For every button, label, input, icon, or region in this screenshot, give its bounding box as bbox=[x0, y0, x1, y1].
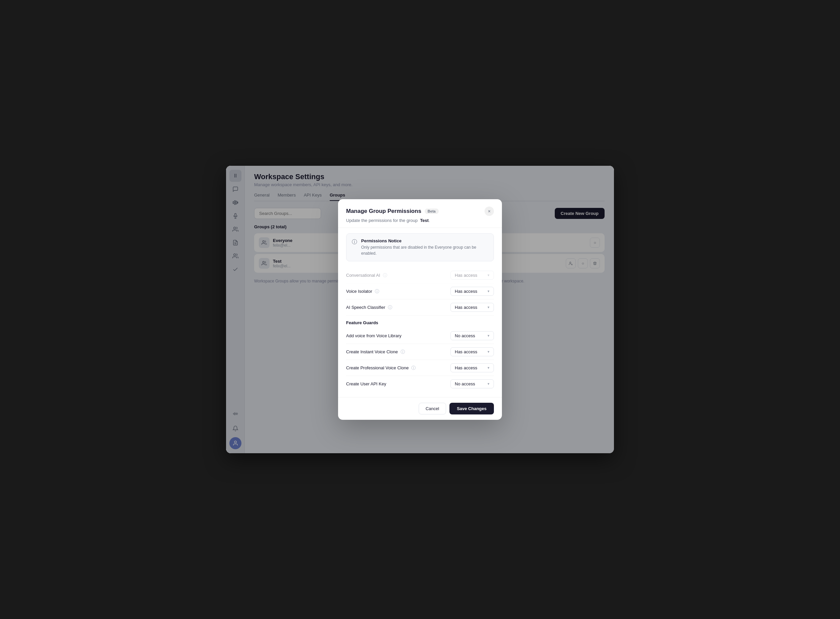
modal-header: Manage Group Permissions Beta × Update t… bbox=[338, 199, 502, 228]
access-select-speech-classifier[interactable]: Has access ▾ bbox=[451, 303, 494, 312]
info-icon-pro-clone[interactable]: ⓘ bbox=[411, 365, 416, 371]
perm-row-conversational-ai: Conversational AI ⓘ Has access ▾ bbox=[346, 268, 494, 283]
access-select-pro-clone[interactable]: Has access ▾ bbox=[451, 363, 494, 372]
perm-name-pro-clone: Create Professional Voice Clone bbox=[346, 365, 409, 370]
perm-row-instant-clone: Create Instant Voice Clone ⓘ Has access … bbox=[346, 344, 494, 360]
permissions-notice: ⓘ Permissions Notice Only permissions th… bbox=[346, 233, 494, 262]
notice-title: Permissions Notice bbox=[361, 238, 488, 243]
chevron-down-icon-7: ▾ bbox=[488, 382, 490, 386]
perm-right-voice-isolator: Has access ▾ bbox=[451, 287, 494, 296]
chevron-down-icon-6: ▾ bbox=[488, 366, 490, 370]
chevron-down-icon-5: ▾ bbox=[488, 350, 490, 354]
info-icon-conversational-ai[interactable]: ⓘ bbox=[383, 272, 387, 278]
perm-left-speech-classifier: AI Speech Classifier ⓘ bbox=[346, 305, 392, 311]
perm-left-add-voice: Add voice from Voice Library bbox=[346, 333, 401, 338]
info-icon-instant-clone[interactable]: ⓘ bbox=[401, 349, 405, 355]
perm-right-add-voice: No access ▾ bbox=[451, 331, 494, 340]
modal-overlay: Manage Group Permissions Beta × Update t… bbox=[226, 166, 614, 453]
perm-right-conversational-ai: Has access ▾ bbox=[451, 271, 494, 280]
modal-footer: Cancel Save Changes bbox=[338, 397, 502, 420]
access-select-conversational-ai[interactable]: Has access ▾ bbox=[451, 271, 494, 280]
permissions-modal: Manage Group Permissions Beta × Update t… bbox=[338, 199, 502, 420]
perm-left-conversational-ai: Conversational AI ⓘ bbox=[346, 272, 387, 278]
perm-row-add-voice: Add voice from Voice Library No access ▾ bbox=[346, 328, 494, 344]
access-select-add-voice[interactable]: No access ▾ bbox=[451, 331, 494, 340]
perm-name-speech-classifier: AI Speech Classifier bbox=[346, 305, 385, 310]
access-select-instant-clone[interactable]: Has access ▾ bbox=[451, 347, 494, 356]
perm-right-pro-clone: Has access ▾ bbox=[451, 363, 494, 372]
perm-left-user-api-key: Create User API Key bbox=[346, 381, 386, 386]
perm-name-voice-isolator: Voice Isolator bbox=[346, 289, 372, 294]
save-changes-button[interactable]: Save Changes bbox=[449, 403, 494, 414]
modal-title-row: Manage Group Permissions Beta × bbox=[346, 206, 494, 216]
perm-name-conversational-ai: Conversational AI bbox=[346, 273, 380, 278]
perm-left-pro-clone: Create Professional Voice Clone ⓘ bbox=[346, 365, 416, 371]
access-select-user-api-key[interactable]: No access ▾ bbox=[451, 379, 494, 389]
perm-row-speech-classifier: AI Speech Classifier ⓘ Has access ▾ bbox=[346, 299, 494, 315]
perm-name-instant-clone: Create Instant Voice Clone bbox=[346, 349, 398, 354]
beta-badge: Beta bbox=[425, 209, 439, 214]
modal-close-button[interactable]: × bbox=[485, 206, 494, 216]
perm-row-pro-clone: Create Professional Voice Clone ⓘ Has ac… bbox=[346, 360, 494, 376]
info-icon-voice-isolator[interactable]: ⓘ bbox=[375, 289, 379, 295]
perm-left-instant-clone: Create Instant Voice Clone ⓘ bbox=[346, 349, 405, 355]
perm-row-user-api-key: Create User API Key No access ▾ bbox=[346, 376, 494, 392]
perm-name-user-api-key: Create User API Key bbox=[346, 381, 386, 386]
chevron-down-icon-3: ▾ bbox=[488, 305, 490, 310]
notice-icon: ⓘ bbox=[352, 239, 357, 256]
notice-content: Permissions Notice Only permissions that… bbox=[361, 238, 488, 256]
modal-subtitle: Update the permissions for the group Tes… bbox=[346, 218, 494, 223]
perm-right-speech-classifier: Has access ▾ bbox=[451, 303, 494, 312]
perm-right-user-api-key: No access ▾ bbox=[451, 379, 494, 389]
perm-right-instant-clone: Has access ▾ bbox=[451, 347, 494, 356]
access-select-voice-isolator[interactable]: Has access ▾ bbox=[451, 287, 494, 296]
cancel-button[interactable]: Cancel bbox=[419, 403, 446, 414]
chevron-down-icon-2: ▾ bbox=[488, 289, 490, 293]
perm-name-add-voice: Add voice from Voice Library bbox=[346, 333, 401, 338]
chevron-down-icon-4: ▾ bbox=[488, 333, 490, 338]
modal-title: Manage Group Permissions bbox=[346, 208, 421, 215]
modal-title-left: Manage Group Permissions Beta bbox=[346, 208, 439, 215]
chevron-down-icon: ▾ bbox=[488, 273, 490, 277]
feature-guards-label: Feature Guards bbox=[346, 320, 494, 325]
notice-text: Only permissions that are disabled in th… bbox=[361, 244, 488, 256]
perm-left-voice-isolator: Voice Isolator ⓘ bbox=[346, 289, 379, 295]
perm-row-voice-isolator: Voice Isolator ⓘ Has access ▾ bbox=[346, 283, 494, 299]
info-icon-speech-classifier[interactable]: ⓘ bbox=[388, 305, 392, 311]
modal-body: ⓘ Permissions Notice Only permissions th… bbox=[338, 228, 502, 397]
